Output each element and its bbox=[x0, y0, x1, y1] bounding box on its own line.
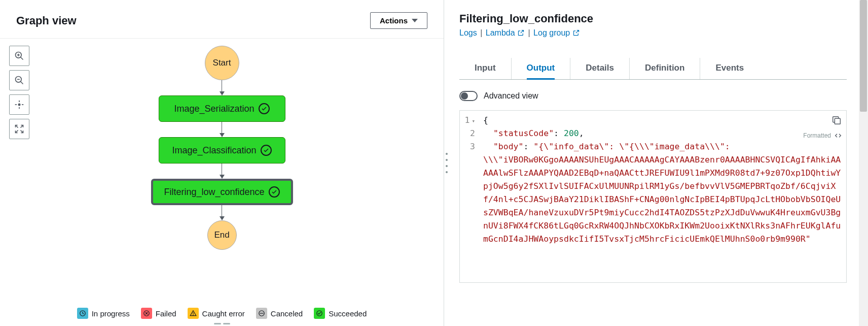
node-image-serialization[interactable]: Image_Serialization bbox=[159, 95, 285, 122]
code-body: \\\"iVBORw0KGgoAAAANSUhEUgAAACAAAAAgCAYA… bbox=[483, 153, 842, 246]
node-end[interactable]: End bbox=[207, 220, 237, 250]
svg-rect-28 bbox=[835, 118, 840, 124]
zoom-in-button[interactable] bbox=[9, 46, 29, 66]
svg-line-1 bbox=[21, 57, 23, 60]
advanced-view-label: Advanced view bbox=[484, 91, 538, 101]
log-group-link[interactable]: Log group bbox=[533, 28, 580, 37]
right-scrollbar[interactable] bbox=[859, 0, 868, 326]
node-image-classification[interactable]: Image_Classification bbox=[159, 137, 285, 164]
actions-button[interactable]: Actions bbox=[370, 12, 427, 29]
external-link-icon bbox=[572, 29, 580, 39]
check-icon bbox=[314, 308, 325, 319]
zoom-out-button[interactable] bbox=[9, 70, 29, 90]
tab-input[interactable]: Input bbox=[475, 58, 496, 78]
tab-events[interactable]: Events bbox=[715, 58, 744, 78]
edge bbox=[220, 80, 225, 95]
legend-succeeded: Succeeded bbox=[314, 308, 367, 319]
legend-canceled: Canceled bbox=[256, 308, 303, 319]
formatted-badge: Formatted bbox=[803, 129, 842, 142]
actions-label: Actions bbox=[380, 16, 408, 25]
copy-button[interactable] bbox=[831, 115, 842, 126]
external-link-icon bbox=[517, 29, 525, 39]
clock-icon bbox=[77, 308, 88, 319]
tab-definition[interactable]: Definition bbox=[645, 58, 684, 78]
detail-tabs: Input Output Details Definition Events bbox=[459, 58, 847, 80]
node-label: Image_Serialization bbox=[174, 104, 254, 114]
node-label: Image_Classification bbox=[172, 145, 256, 156]
center-button[interactable] bbox=[9, 94, 29, 115]
check-icon bbox=[259, 103, 270, 114]
check-icon bbox=[269, 186, 280, 198]
legend-failed: Failed bbox=[141, 308, 176, 319]
node-start[interactable]: Start bbox=[205, 46, 239, 80]
tab-output[interactable]: Output bbox=[527, 58, 555, 80]
chevron-down-icon bbox=[412, 19, 418, 22]
svg-line-5 bbox=[21, 82, 23, 84]
code-content: Formatted { "statusCode": 200, "body": "… bbox=[479, 111, 846, 282]
legend-in-progress: In progress bbox=[77, 308, 130, 319]
node-filtering-low-confidence[interactable]: Filtering_low_confidence bbox=[151, 179, 293, 205]
node-label: Filtering_low_confidence bbox=[164, 187, 264, 198]
advanced-view-row: Advanced view bbox=[449, 80, 857, 110]
detail-links: Logs | Lambda | Log group bbox=[459, 28, 847, 39]
details-pane: Filtering_low_confidence Logs | Lambda |… bbox=[449, 0, 868, 326]
svg-point-7 bbox=[18, 104, 20, 105]
graph-canvas[interactable]: Start Image_Serialization Image_Classifi… bbox=[0, 39, 444, 303]
edge bbox=[220, 205, 225, 220]
logs-link[interactable]: Logs bbox=[459, 28, 477, 37]
svg-point-22 bbox=[193, 315, 193, 315]
node-start-label: Start bbox=[213, 58, 231, 68]
lambda-link[interactable]: Lambda bbox=[486, 28, 527, 37]
output-code[interactable]: 1▾ 2 3 Formatted { "statusCode": 200, "b… bbox=[459, 110, 847, 283]
edge bbox=[220, 164, 225, 179]
fullscreen-button[interactable] bbox=[9, 119, 29, 139]
edge bbox=[220, 122, 225, 137]
bottom-splitter[interactable] bbox=[0, 321, 444, 326]
node-end-label: End bbox=[214, 230, 229, 240]
tab-details[interactable]: Details bbox=[586, 58, 614, 78]
cancel-icon bbox=[256, 308, 267, 319]
advanced-view-toggle[interactable] bbox=[459, 91, 478, 101]
column-splitter[interactable] bbox=[444, 0, 449, 326]
x-icon bbox=[141, 308, 152, 319]
detail-header: Filtering_low_confidence Logs | Lambda |… bbox=[449, 0, 857, 44]
warning-icon bbox=[188, 308, 199, 319]
legend-caught-error: Caught error bbox=[188, 308, 245, 319]
detail-title: Filtering_low_confidence bbox=[459, 12, 847, 25]
scrollbar-thumb[interactable] bbox=[860, 0, 867, 112]
code-gutter: 1▾ 2 3 bbox=[460, 111, 479, 282]
zoom-controls bbox=[9, 46, 29, 139]
graph-title: Graph view bbox=[16, 14, 77, 27]
graph-header: Graph view Actions bbox=[0, 0, 444, 39]
svg-line-26 bbox=[521, 30, 524, 34]
svg-line-27 bbox=[576, 30, 579, 34]
check-icon bbox=[261, 145, 272, 156]
graph-pane: Graph view Actions Start bbox=[0, 0, 444, 326]
fold-icon[interactable]: ▾ bbox=[472, 115, 475, 128]
workflow-graph: Start Image_Serialization Image_Classifi… bbox=[151, 46, 293, 250]
